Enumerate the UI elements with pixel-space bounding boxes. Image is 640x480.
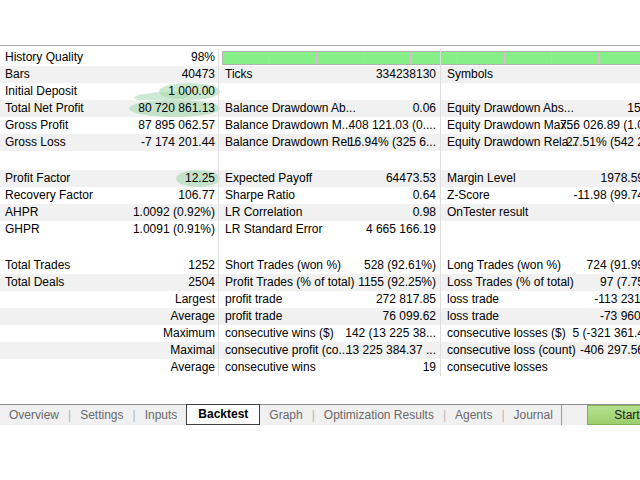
metric-label: consecutive wins [225, 359, 316, 376]
top-divider [0, 45, 640, 46]
metric-label: GHPR [5, 221, 40, 238]
metric-value: 27.51% (542 2 [566, 134, 640, 151]
metric-group: Maximum [0, 325, 218, 342]
metric-value: 1 000.00 [168, 83, 215, 100]
tab-settings[interactable]: Settings [71, 406, 132, 425]
metric-group: consecutive wins ($)142 (13 225 38... [218, 325, 440, 342]
metric-label: AHPR [5, 204, 38, 221]
metric-label: Total Deals [5, 274, 64, 291]
report-row: Bars40473Ticks334238130Symbols [0, 66, 640, 83]
report-row: Total Trades1252Short Trades (won %)528 … [0, 257, 640, 274]
tab-agents[interactable]: Agents [446, 406, 501, 425]
metric-value: Average [171, 308, 215, 325]
metric-label: Bars [5, 66, 30, 83]
metric-group: Initial Deposit1 000.00 [0, 83, 218, 100]
report-row: Total Net Profit80 720 861.13Balance Dra… [0, 100, 640, 117]
metric-label: Profit Trades (% of total) [225, 274, 354, 291]
metric-value: 87 895 062.57 [138, 117, 215, 134]
metric-value: 4 665 166.19 [366, 221, 436, 238]
metric-label: Long Trades (won %) [447, 257, 561, 274]
metric-value: 528 (92.61%) [364, 257, 436, 274]
report-row: Averageprofit trade76 099.62loss trade-7… [0, 308, 640, 325]
column-divider [218, 49, 219, 376]
metric-label: loss trade [447, 291, 499, 308]
metric-value: 19 [423, 359, 436, 376]
metric-group: AHPR1.0092 (0.92%) [0, 204, 218, 221]
metric-group: consecutive wins19 [218, 359, 440, 376]
metric-label: Balance Drawdown M... [225, 117, 352, 134]
metric-value: 13 225 384.37 ... [346, 342, 436, 359]
report-row: Profit Factor12.25Expected Payoff64473.5… [0, 170, 640, 187]
metric-group: Largest [0, 291, 218, 308]
metric-group: LR Standard Error4 665 166.19 [218, 221, 440, 238]
metric-label: Balance Drawdown Ab... [225, 100, 356, 117]
metric-value: 334238130 [376, 66, 436, 83]
column-divider [440, 49, 441, 376]
metric-label: Short Trades (won %) [225, 257, 341, 274]
metric-group: Average [0, 308, 218, 325]
metric-group: consecutive profit (co...13 225 384.37 .… [218, 342, 440, 359]
metric-group: Equity Drawdown Rela...27.51% (542 2 [440, 134, 640, 151]
tab-backtest[interactable]: Backtest [186, 404, 260, 425]
metric-label: Loss Trades (% of total) [447, 274, 574, 291]
metric-label: consecutive loss (count) [447, 342, 576, 359]
metric-group: Expected Payoff64473.53 [218, 170, 440, 187]
metric-group: Bars40473 [0, 66, 218, 83]
spacer-row [0, 151, 640, 170]
metric-label: History Quality [5, 49, 83, 66]
metric-value: -406 297.56 [580, 342, 640, 359]
result-tab-bar: Overview|Settings|InputsBacktestGraph|Op… [0, 404, 640, 425]
tab-graph[interactable]: Graph [260, 406, 311, 425]
history-quality-progress-bar [222, 51, 640, 65]
metric-group: Equity Drawdown Max...756 026.89 (1.0 [440, 117, 640, 134]
metric-label: Profit Factor [5, 170, 70, 187]
metric-label: loss trade [447, 308, 499, 325]
metric-value: 408 121.03 (0.... [349, 117, 436, 134]
metric-value: 12.25 [185, 170, 215, 187]
metric-value: -7 174 201.44 [141, 134, 215, 151]
metric-value: 756 026.89 (1.0 [560, 117, 640, 134]
metric-label: Ticks [225, 66, 253, 83]
metric-value: 40473 [182, 66, 215, 83]
tab-inputs[interactable]: Inputs [136, 406, 187, 425]
metric-value: 16.94% (325 6... [348, 134, 436, 151]
metric-group: Z-Score-11.98 (99.74 [440, 187, 640, 204]
metric-label: profit trade [225, 308, 282, 325]
tab-optimization-results[interactable]: Optimization Results [315, 406, 443, 425]
metric-value: 1.0092 (0.92%) [133, 204, 215, 221]
metric-group: Loss Trades (% of total)97 (7.75 [440, 274, 640, 291]
metric-value: Largest [175, 291, 215, 308]
metric-value: 64473.53 [386, 170, 436, 187]
metric-value: Maximum [163, 325, 215, 342]
metric-value: 15. [627, 100, 640, 117]
report-row: Averageconsecutive wins19consecutive los… [0, 359, 640, 376]
metric-group: History Quality98% [0, 49, 218, 66]
metric-group [218, 83, 440, 100]
metric-value: 0.98 [413, 204, 436, 221]
start-button[interactable]: Start [587, 405, 640, 425]
metric-label: Sharpe Ratio [225, 187, 295, 204]
green-marker-highlight: 12.25 [185, 170, 215, 187]
metric-group: Average [0, 359, 218, 376]
metric-group: profit trade76 099.62 [218, 308, 440, 325]
tab-overview[interactable]: Overview [0, 406, 68, 425]
metric-label: Equity Drawdown Rela... [447, 134, 578, 151]
tab-journal[interactable]: Journal [505, 406, 562, 425]
metric-group: LR Correlation0.98 [218, 204, 440, 221]
metric-group: consecutive losses [440, 359, 640, 376]
metric-group [440, 221, 640, 238]
metric-group: consecutive loss (count)-406 297.56 [440, 342, 640, 359]
metric-value: 106.77 [178, 187, 215, 204]
metric-label: Margin Level [447, 170, 516, 187]
metric-group [440, 83, 640, 100]
metric-label: Gross Profit [5, 117, 68, 134]
metric-group: Balance Drawdown Rel...16.94% (325 6... [218, 134, 440, 151]
metric-value: 0.06 [413, 100, 436, 117]
metric-value: Maximal [170, 342, 215, 359]
tabbar-divider [561, 405, 562, 425]
report-table: History Quality98%Bars40473Ticks33423813… [0, 49, 640, 376]
metric-value: Average [171, 359, 215, 376]
metric-label: Equity Drawdown Abs... [447, 100, 574, 117]
report-row: Initial Deposit1 000.00 [0, 83, 640, 100]
metric-value: 142 (13 225 38... [345, 325, 436, 342]
